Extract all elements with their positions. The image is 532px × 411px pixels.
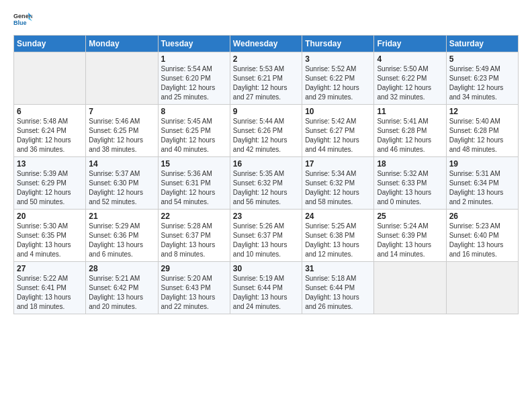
calendar-cell: 31Sunrise: 5:18 AM Sunset: 6:44 PM Dayli… — [302, 262, 374, 314]
day-number: 11 — [377, 107, 443, 116]
calendar-cell: 16Sunrise: 5:35 AM Sunset: 6:32 PM Dayli… — [230, 157, 302, 210]
day-number: 24 — [305, 212, 371, 221]
day-info: Sunrise: 5:28 AM Sunset: 6:37 PM Dayligh… — [161, 222, 227, 259]
day-info: Sunrise: 5:19 AM Sunset: 6:44 PM Dayligh… — [233, 274, 299, 312]
day-number: 16 — [233, 159, 299, 169]
calendar-cell: 9Sunrise: 5:44 AM Sunset: 6:26 PM Daylig… — [230, 105, 302, 157]
calendar-cell: 21Sunrise: 5:29 AM Sunset: 6:36 PM Dayli… — [86, 210, 158, 262]
calendar-cell: 12Sunrise: 5:40 AM Sunset: 6:28 PM Dayli… — [446, 105, 518, 157]
day-info: Sunrise: 5:53 AM Sunset: 6:21 PM Dayligh… — [233, 64, 299, 102]
day-number: 27 — [17, 264, 83, 273]
day-number: 15 — [161, 159, 227, 169]
day-info: Sunrise: 5:22 AM Sunset: 6:41 PM Dayligh… — [17, 274, 83, 312]
calendar-cell: 11Sunrise: 5:41 AM Sunset: 6:28 PM Dayli… — [374, 105, 446, 157]
weekday-header-monday: Monday — [86, 36, 158, 52]
calendar-week-3: 13Sunrise: 5:39 AM Sunset: 6:29 PM Dayli… — [14, 157, 519, 210]
calendar-cell: 3Sunrise: 5:52 AM Sunset: 6:22 PM Daylig… — [302, 52, 374, 105]
day-info: Sunrise: 5:41 AM Sunset: 6:28 PM Dayligh… — [377, 117, 443, 154]
day-number: 6 — [17, 107, 83, 116]
calendar-cell: 22Sunrise: 5:28 AM Sunset: 6:37 PM Dayli… — [158, 210, 230, 262]
calendar-week-2: 6Sunrise: 5:48 AM Sunset: 6:24 PM Daylig… — [14, 105, 519, 157]
day-info: Sunrise: 5:34 AM Sunset: 6:32 PM Dayligh… — [305, 169, 371, 207]
day-info: Sunrise: 5:29 AM Sunset: 6:36 PM Dayligh… — [89, 222, 154, 259]
day-number: 3 — [305, 54, 371, 64]
day-number: 12 — [449, 107, 515, 116]
day-info: Sunrise: 5:50 AM Sunset: 6:22 PM Dayligh… — [377, 64, 443, 102]
weekday-header-thursday: Thursday — [302, 36, 374, 52]
calendar-cell: 5Sunrise: 5:49 AM Sunset: 6:23 PM Daylig… — [446, 52, 518, 105]
weekday-header-friday: Friday — [374, 36, 446, 52]
calendar-cell: 25Sunrise: 5:24 AM Sunset: 6:39 PM Dayli… — [374, 210, 446, 262]
day-info: Sunrise: 5:52 AM Sunset: 6:22 PM Dayligh… — [305, 64, 371, 102]
day-number: 18 — [377, 159, 443, 169]
calendar-cell: 28Sunrise: 5:21 AM Sunset: 6:42 PM Dayli… — [86, 262, 158, 314]
calendar-cell: 23Sunrise: 5:26 AM Sunset: 6:37 PM Dayli… — [230, 210, 302, 262]
calendar-cell: 13Sunrise: 5:39 AM Sunset: 6:29 PM Dayli… — [14, 157, 86, 210]
calendar-cell: 2Sunrise: 5:53 AM Sunset: 6:21 PM Daylig… — [230, 52, 302, 105]
day-info: Sunrise: 5:32 AM Sunset: 6:33 PM Dayligh… — [377, 169, 443, 207]
day-info: Sunrise: 5:48 AM Sunset: 6:24 PM Dayligh… — [17, 117, 83, 154]
day-number: 7 — [89, 107, 154, 116]
day-number: 2 — [233, 54, 299, 64]
logo: GeneralBlue — [13, 11, 32, 30]
calendar-table: SundayMondayTuesdayWednesdayThursdayFrid… — [13, 35, 519, 314]
svg-text:Blue: Blue — [13, 19, 27, 26]
day-info: Sunrise: 5:26 AM Sunset: 6:37 PM Dayligh… — [233, 222, 299, 259]
day-info: Sunrise: 5:31 AM Sunset: 6:34 PM Dayligh… — [449, 169, 515, 207]
calendar-cell: 24Sunrise: 5:25 AM Sunset: 6:38 PM Dayli… — [302, 210, 374, 262]
day-number: 26 — [449, 212, 515, 221]
day-info: Sunrise: 5:37 AM Sunset: 6:30 PM Dayligh… — [89, 169, 154, 207]
day-number: 1 — [161, 54, 227, 64]
header: GeneralBlue — [13, 11, 519, 30]
day-info: Sunrise: 5:44 AM Sunset: 6:26 PM Dayligh… — [233, 117, 299, 154]
day-info: Sunrise: 5:54 AM Sunset: 6:20 PM Dayligh… — [161, 64, 227, 102]
day-number: 20 — [17, 212, 83, 221]
calendar-cell: 18Sunrise: 5:32 AM Sunset: 6:33 PM Dayli… — [374, 157, 446, 210]
day-number: 5 — [449, 54, 515, 64]
day-number: 4 — [377, 54, 443, 64]
logo-icon: GeneralBlue — [13, 11, 32, 30]
calendar-cell: 7Sunrise: 5:46 AM Sunset: 6:25 PM Daylig… — [86, 105, 158, 157]
calendar-cell: 4Sunrise: 5:50 AM Sunset: 6:22 PM Daylig… — [374, 52, 446, 105]
weekday-header-saturday: Saturday — [446, 36, 518, 52]
calendar-cell: 15Sunrise: 5:36 AM Sunset: 6:31 PM Dayli… — [158, 157, 230, 210]
calendar-week-1: 1Sunrise: 5:54 AM Sunset: 6:20 PM Daylig… — [14, 52, 519, 105]
page: GeneralBlue SundayMondayTuesdayWednesday… — [0, 0, 532, 321]
day-info: Sunrise: 5:18 AM Sunset: 6:44 PM Dayligh… — [305, 274, 371, 312]
weekday-header-wednesday: Wednesday — [230, 36, 302, 52]
calendar-cell: 20Sunrise: 5:30 AM Sunset: 6:35 PM Dayli… — [14, 210, 86, 262]
calendar-cell — [14, 52, 86, 105]
day-info: Sunrise: 5:25 AM Sunset: 6:38 PM Dayligh… — [305, 222, 371, 259]
day-number: 10 — [305, 107, 371, 116]
calendar-cell: 10Sunrise: 5:42 AM Sunset: 6:27 PM Dayli… — [302, 105, 374, 157]
calendar-cell: 17Sunrise: 5:34 AM Sunset: 6:32 PM Dayli… — [302, 157, 374, 210]
calendar-cell — [446, 262, 518, 314]
day-info: Sunrise: 5:46 AM Sunset: 6:25 PM Dayligh… — [89, 117, 154, 154]
day-number: 31 — [305, 264, 371, 273]
calendar-cell: 6Sunrise: 5:48 AM Sunset: 6:24 PM Daylig… — [14, 105, 86, 157]
day-info: Sunrise: 5:21 AM Sunset: 6:42 PM Dayligh… — [89, 274, 154, 312]
day-info: Sunrise: 5:40 AM Sunset: 6:28 PM Dayligh… — [449, 117, 515, 154]
weekday-header-row: SundayMondayTuesdayWednesdayThursdayFrid… — [14, 36, 519, 52]
day-info: Sunrise: 5:42 AM Sunset: 6:27 PM Dayligh… — [305, 117, 371, 154]
day-number: 17 — [305, 159, 371, 169]
calendar-cell: 26Sunrise: 5:23 AM Sunset: 6:40 PM Dayli… — [446, 210, 518, 262]
day-info: Sunrise: 5:36 AM Sunset: 6:31 PM Dayligh… — [161, 169, 227, 207]
day-info: Sunrise: 5:39 AM Sunset: 6:29 PM Dayligh… — [17, 169, 83, 207]
calendar-week-4: 20Sunrise: 5:30 AM Sunset: 6:35 PM Dayli… — [14, 210, 519, 262]
day-info: Sunrise: 5:20 AM Sunset: 6:43 PM Dayligh… — [161, 274, 227, 312]
day-number: 14 — [89, 159, 154, 169]
day-number: 29 — [161, 264, 227, 273]
calendar-cell: 8Sunrise: 5:45 AM Sunset: 6:25 PM Daylig… — [158, 105, 230, 157]
calendar-cell: 14Sunrise: 5:37 AM Sunset: 6:30 PM Dayli… — [86, 157, 158, 210]
weekday-header-sunday: Sunday — [14, 36, 86, 52]
day-number: 23 — [233, 212, 299, 221]
day-number: 13 — [17, 159, 83, 169]
calendar-cell: 1Sunrise: 5:54 AM Sunset: 6:20 PM Daylig… — [158, 52, 230, 105]
day-number: 25 — [377, 212, 443, 221]
calendar-cell — [374, 262, 446, 314]
day-number: 8 — [161, 107, 227, 116]
day-number: 22 — [161, 212, 227, 221]
day-info: Sunrise: 5:49 AM Sunset: 6:23 PM Dayligh… — [449, 64, 515, 102]
calendar-cell — [86, 52, 158, 105]
